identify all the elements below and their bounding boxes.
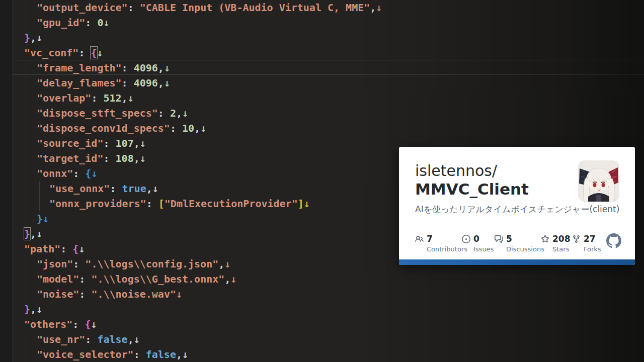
code-token: ".\\noise.wav": [91, 288, 176, 300]
stat-value: 27: [584, 234, 596, 244]
code-token: ,: [122, 92, 128, 104]
line-ending-mark: ↓: [36, 303, 42, 315]
line-ending-mark: ↓: [43, 213, 49, 225]
code-token: ,: [30, 32, 36, 44]
code-token: ,: [370, 2, 376, 14]
code-token: 4096: [134, 62, 158, 74]
code-line[interactable]: "onnx": {↓: [37, 166, 97, 181]
line-ending-mark: ↓: [128, 92, 134, 104]
line-ending-mark: ↓: [140, 137, 146, 149]
code-line[interactable]: "dispose_stft_specs": 2,↓: [37, 106, 188, 121]
code-token: ,: [134, 137, 140, 149]
repo-stats-row: 7Contributors0Issues5Discussions208Stars…: [399, 233, 635, 258]
code-token: :: [146, 198, 158, 210]
code-token: ,: [194, 122, 200, 134]
stat-label: Discussions: [506, 245, 544, 253]
repo-name: MMVC_Client: [415, 180, 529, 198]
stat-label: Contributors: [427, 245, 467, 253]
code-token: "dispose_stft_specs": [37, 107, 158, 119]
line-ending-mark: ↓: [176, 288, 182, 300]
code-token: }: [24, 228, 30, 240]
code-token: 2: [170, 107, 176, 119]
stat-value: 0: [473, 234, 479, 244]
code-token: :: [79, 288, 91, 300]
code-token: 512: [103, 92, 121, 104]
code-token: :: [72, 318, 85, 330]
code-token: false: [97, 333, 127, 345]
code-token: ,: [134, 152, 140, 164]
code-line[interactable]: "noise": ".\\noise.wav"↓: [37, 287, 182, 302]
line-ending-mark: ↓: [134, 333, 140, 345]
code-line[interactable]: }↓: [37, 211, 49, 226]
code-token: :: [170, 122, 182, 134]
code-token: ".\\logs\\config.json": [85, 258, 218, 270]
line-ending-mark: ↓: [182, 348, 188, 360]
comment-discussion-icon: [495, 235, 503, 243]
anime-avatar-image: [578, 160, 619, 202]
line-ending-mark: ↓: [230, 273, 236, 285]
code-line[interactable]: "onnx_providers": ["DmlExecutionProvider…: [49, 196, 310, 211]
code-token: :: [85, 17, 97, 29]
code-token: "model": [37, 273, 79, 285]
code-line[interactable]: "model": ".\\logs\\G_best.onnx",↓: [37, 272, 236, 287]
line-ending-mark: ↓: [304, 198, 310, 210]
github-repo-card: isletennos/ MMVC_Client AIを使ったリアルタイムボイスチ…: [399, 147, 635, 265]
code-line[interactable]: "delay_flames": 4096,↓: [37, 75, 170, 90]
stat-label: Stars: [552, 245, 571, 253]
code-token: ,: [158, 62, 164, 74]
code-token: {: [85, 167, 91, 179]
video-frame: "output_device": "CABLE Input (VB-Audio …: [0, 0, 644, 362]
line-ending-mark: ↓: [103, 17, 109, 29]
code-token: "use_onnx": [49, 183, 110, 195]
repo-forked-icon: [572, 235, 581, 243]
code-line[interactable]: "use_nr": false,↓: [37, 332, 140, 347]
code-token: "overlap": [37, 92, 91, 104]
stat-value: 5: [506, 234, 512, 244]
code-token: ,: [30, 303, 36, 315]
code-token: "output_device": [37, 2, 128, 14]
code-token: {: [85, 318, 91, 330]
code-line[interactable]: "vc_conf": {↓: [24, 45, 103, 60]
repo-stat-discussions: 5Discussions: [495, 233, 544, 253]
code-token: }: [24, 32, 30, 44]
code-token: true: [122, 183, 146, 195]
code-token: "target_id": [37, 152, 103, 164]
code-line[interactable]: "others": {↓: [24, 317, 97, 332]
code-token: 0: [97, 17, 103, 29]
code-line[interactable]: "json": ".\\logs\\config.json",↓: [37, 256, 230, 272]
code-line[interactable]: "dispose_conv1d_specs": 10,↓: [37, 121, 206, 136]
code-line[interactable]: "use_onnx": true,↓: [49, 181, 158, 196]
code-token: "frame_length": [37, 62, 122, 74]
line-ending-mark: ↓: [97, 47, 103, 59]
code-line[interactable]: "frame_length": 4096,↓: [37, 60, 170, 75]
code-line[interactable]: "source_id": 107,↓: [37, 136, 146, 151]
code-token: :: [103, 137, 115, 149]
line-ending-mark: ↓: [36, 32, 42, 44]
github-logo-icon: [606, 233, 621, 248]
stat-value: 7: [427, 234, 433, 244]
code-token: :: [110, 183, 122, 195]
code-token: "use_nr": [37, 333, 85, 345]
code-token: ,: [30, 228, 36, 240]
code-line[interactable]: },↓: [24, 302, 42, 317]
code-token: ,: [176, 348, 182, 360]
code-token: {: [72, 243, 78, 255]
code-line[interactable]: "voice_selector": false,↓: [37, 347, 188, 362]
code-token: [: [158, 198, 165, 210]
code-line[interactable]: },↓: [24, 30, 42, 45]
code-line[interactable]: "gpu_id": 0↓: [37, 15, 110, 30]
code-token: false: [146, 348, 176, 360]
code-line[interactable]: },↓: [24, 226, 42, 241]
code-line[interactable]: "path": {↓: [24, 241, 85, 256]
star-icon: [541, 235, 549, 243]
code-token: "gpu_id": [37, 17, 85, 29]
code-token: :: [122, 62, 134, 74]
code-line[interactable]: "overlap": 512,↓: [37, 90, 134, 106]
code-line[interactable]: "output_device": "CABLE Input (VB-Audio …: [37, 0, 382, 15]
code-line[interactable]: "target_id": 108,↓: [37, 151, 146, 166]
repo-stat-forks: 27Forks: [572, 233, 601, 253]
code-token: "dispose_conv1d_specs": [37, 122, 170, 134]
code-token: ,: [158, 77, 164, 89]
repo-stat-contributors: 7Contributors: [415, 233, 467, 253]
stat-label: Issues: [473, 245, 494, 253]
